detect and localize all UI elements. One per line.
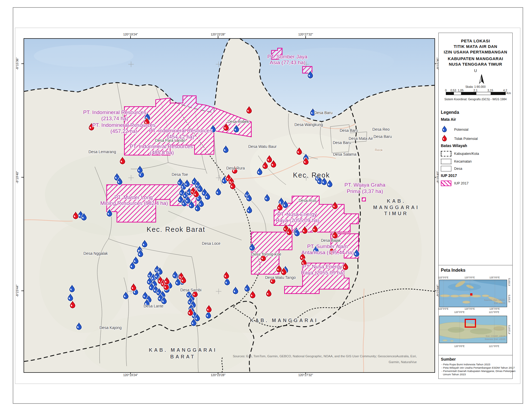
kecamatan-label: Kec. Reok Barat bbox=[147, 225, 205, 233]
water-drop-icon bbox=[266, 155, 272, 163]
spring-marker-blue bbox=[249, 243, 255, 252]
legend-item-label: Kecamatan bbox=[454, 160, 472, 163]
source-item: - Peta Rupa Bumi Indonesia Tahun 2023 bbox=[441, 363, 490, 366]
scale-bar-segment bbox=[461, 92, 476, 95]
iup-area-label: PT. Master Long bbox=[114, 194, 153, 201]
water-drop-icon bbox=[204, 192, 211, 200]
spring-marker-red bbox=[303, 157, 309, 166]
water-drop-icon bbox=[307, 71, 313, 79]
iup-area-label: (485,8 ha) bbox=[150, 150, 174, 156]
index-coord-label: 120°0'0"E bbox=[454, 345, 464, 348]
spring-marker-blue bbox=[282, 201, 288, 209]
spring-marker-red bbox=[73, 212, 79, 220]
legend-heading: Legenda bbox=[441, 110, 459, 115]
spring-marker-blue bbox=[246, 206, 252, 215]
spring-marker-blue bbox=[327, 180, 333, 189]
map-title-line3: IZIN USAHA PERTAMBANGAN bbox=[439, 50, 512, 54]
map-title-line1: PETA LOKASI bbox=[439, 38, 512, 43]
iup-area-label: PT. Nusa Energy bbox=[277, 211, 317, 217]
index-map-credit: Esri, USGS bbox=[494, 302, 505, 304]
scale-tick-label: 2,1 bbox=[474, 89, 478, 92]
iup-area-label: PT. Indomineral Resources bbox=[149, 128, 212, 134]
spring-marker-blue bbox=[106, 209, 112, 218]
water-drop-icon bbox=[76, 322, 82, 330]
index-map-credit: Esri, CGIAR, USGS bbox=[486, 335, 505, 337]
iup-area-label: PT. Indomineral Resources bbox=[130, 143, 193, 150]
water-drop-icon bbox=[277, 203, 283, 211]
desa-label: Desa Mata Air bbox=[349, 136, 373, 141]
water-drop-icon bbox=[67, 294, 73, 301]
spring-marker-red bbox=[131, 283, 137, 292]
water-drop-icon bbox=[294, 229, 300, 237]
water-drop-icon bbox=[442, 126, 447, 133]
desa-label: Desa Baru bbox=[333, 140, 351, 145]
spring-marker-blue bbox=[307, 71, 313, 80]
water-drop-icon bbox=[161, 297, 167, 304]
water-drop-icon bbox=[142, 240, 148, 248]
legend-dashed-swatch bbox=[441, 151, 451, 156]
water-drop-icon bbox=[281, 268, 287, 275]
spring-marker-blue bbox=[204, 192, 211, 201]
legend-batas-heading: Batas Wilayah bbox=[441, 143, 467, 148]
water-drop-icon bbox=[81, 213, 87, 221]
iup-area-label: (454,12 ha) bbox=[167, 134, 194, 140]
desa-label: Desa Baru bbox=[374, 134, 392, 139]
spring-marker-blue bbox=[81, 213, 87, 222]
legend-hatch-swatch bbox=[441, 181, 451, 186]
index-map-island: Esri, CGIAR, USGSSources: Esri, USGS bbox=[439, 316, 507, 343]
spring-marker-red bbox=[230, 182, 236, 191]
spring-marker-red bbox=[250, 291, 256, 300]
index-coord-label: 6°0'0"S bbox=[508, 278, 511, 286]
water-drop-icon bbox=[137, 166, 143, 173]
water-drop-icon bbox=[73, 212, 79, 219]
water-drop-icon bbox=[187, 308, 193, 316]
desa-label: Desa Bajak bbox=[321, 238, 341, 243]
water-drop-icon bbox=[137, 250, 144, 257]
spring-marker-red bbox=[266, 289, 272, 298]
spring-marker-blue bbox=[76, 322, 82, 331]
water-drop-icon bbox=[184, 179, 190, 187]
iup-area-label: PT. Indomineral Resources bbox=[83, 109, 146, 115]
scale-bar-segment bbox=[446, 92, 454, 95]
index-coord-label: 120°0'0"E bbox=[454, 311, 464, 314]
water-drop-icon bbox=[303, 157, 309, 165]
spring-marker-red bbox=[187, 308, 193, 317]
water-drop-icon bbox=[264, 194, 270, 202]
spring-marker-red bbox=[164, 277, 170, 286]
desa-label: Desa Ruis bbox=[299, 198, 317, 203]
spring-marker-red bbox=[266, 155, 272, 164]
kecamatan-label: Kec. Reok bbox=[293, 171, 330, 179]
water-drop-icon bbox=[286, 228, 292, 235]
map-labels: Desa LemarangDesa Para LandoDesa ToeDesa… bbox=[24, 38, 435, 373]
iup-area-label: Mining Resources (982,4 ha) bbox=[100, 200, 168, 206]
spring-marker-red bbox=[119, 157, 126, 166]
map-subtitle-line2: NUSA TENGGARA TIMUR bbox=[439, 62, 512, 66]
water-drop-icon bbox=[193, 190, 199, 197]
water-drop-icon bbox=[223, 123, 229, 131]
spring-marker-blue bbox=[142, 240, 148, 249]
water-drop-icon bbox=[180, 276, 186, 284]
spring-marker-blue bbox=[257, 168, 263, 176]
coord-label-top: 120°19'24" bbox=[123, 33, 138, 36]
water-drop-icon bbox=[249, 243, 255, 251]
water-drop-icon bbox=[246, 106, 252, 114]
index-coord-label: 125°0'0"E bbox=[489, 276, 500, 279]
desa-label: Desa Loce bbox=[202, 241, 221, 246]
kabupaten-label: MANGGARAI bbox=[373, 205, 420, 210]
spring-marker-blue bbox=[188, 201, 195, 210]
desa-label: Desa Sambi bbox=[180, 288, 201, 292]
water-drop-icon bbox=[188, 201, 195, 209]
spring-marker-blue bbox=[195, 204, 201, 213]
desa-label: Desa Lante bbox=[144, 304, 163, 308]
scale-bar bbox=[446, 92, 506, 95]
map-subtitle-line1: KABUPATEN MANGGARAI bbox=[439, 56, 512, 61]
spring-marker-red bbox=[296, 147, 302, 156]
spring-marker-blue bbox=[117, 177, 123, 186]
map-credits-line: Garmin, NaturalVue bbox=[389, 360, 417, 364]
map-sheet: 120°19'24"120°23'28"120°27'32"120°19'24"… bbox=[0, 0, 532, 411]
water-drop-icon bbox=[69, 285, 75, 292]
water-drop-icon bbox=[215, 188, 221, 196]
index-map-credit: Sources: Esri, USGS, bbox=[484, 299, 505, 301]
index-map-regional: Sources: Esri, USGS,Esri, USGS bbox=[439, 280, 507, 307]
water-drop-icon bbox=[164, 277, 170, 285]
